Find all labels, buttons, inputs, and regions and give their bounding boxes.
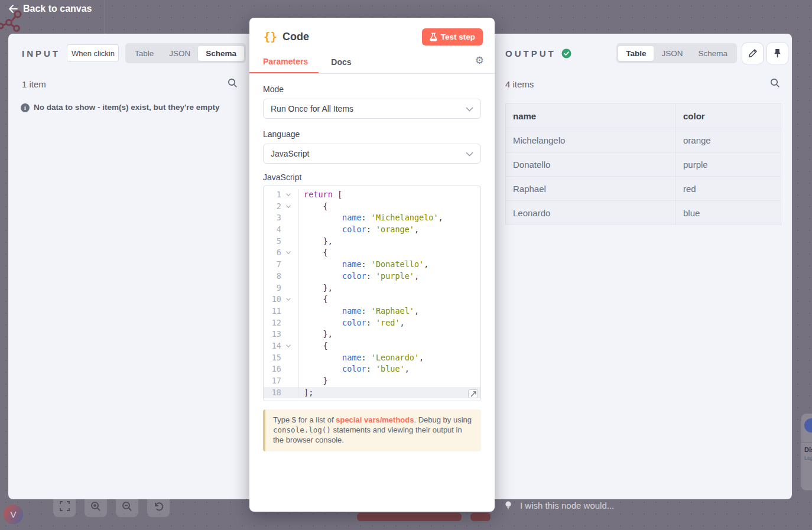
line-number: 3 <box>264 212 281 224</box>
n8n-node-detail-view: Back to canvas I wish this node would...… <box>0 0 812 530</box>
line-number: 10 <box>264 294 281 305</box>
code-line[interactable]: 1return [ <box>264 189 480 201</box>
widget-avatar-icon <box>804 418 812 433</box>
line-number: 14 <box>264 340 281 352</box>
node-settings-tabs: Parameters Docs ⚙ <box>249 51 495 74</box>
language-label: Language <box>263 129 481 139</box>
fold-chevron-icon[interactable] <box>281 294 295 305</box>
code-line[interactable]: 9 }, <box>264 282 480 294</box>
chevron-down-icon <box>466 107 473 112</box>
mode-value: Run Once for All Items <box>271 104 353 113</box>
code-line[interactable]: 16 color: 'blue', <box>264 363 480 375</box>
output-column-header: color <box>676 104 781 128</box>
code-line[interactable]: 15 name: 'Leonardo', <box>264 352 480 364</box>
editor-hint: Type $ for a list of special vars/method… <box>263 409 481 451</box>
table-row[interactable]: Michelangeloorange <box>506 128 781 152</box>
code-line[interactable]: 14 { <box>264 340 480 352</box>
line-number: 4 <box>264 224 281 236</box>
output-tab-schema[interactable]: Schema <box>690 46 735 61</box>
output-tab-json[interactable]: JSON <box>654 46 690 61</box>
table-cell: blue <box>676 201 781 225</box>
user-avatar[interactable]: V <box>4 505 23 524</box>
flask-icon <box>430 32 437 41</box>
code-line[interactable]: 2 { <box>264 201 480 213</box>
code-line[interactable]: 10 { <box>264 294 480 305</box>
tab-parameters[interactable]: Parameters <box>249 51 319 73</box>
code-line[interactable]: 6 { <box>264 247 480 259</box>
code-line[interactable]: 5 }, <box>264 236 480 248</box>
output-table: namecolorMichelangeloorangeDonatellopurp… <box>505 103 781 225</box>
mode-label: Mode <box>263 84 481 94</box>
widget-subtitle: Lega <box>804 455 812 461</box>
line-number: 15 <box>264 352 281 364</box>
line-number: 5 <box>264 236 281 248</box>
special-vars-link[interactable]: special vars/methods <box>336 415 414 424</box>
side-widget-dimmed: Dis Lega <box>801 414 812 490</box>
output-view-switcher: Table JSON Schema <box>616 43 737 63</box>
pin-icon <box>773 48 782 58</box>
test-step-button[interactable]: Test step <box>422 28 483 45</box>
gear-icon[interactable]: ⚙ <box>475 54 484 67</box>
code-editor[interactable]: 1return [2 {3 name: 'Michelangelo',4 col… <box>263 186 481 401</box>
code-line[interactable]: 18]; <box>264 387 480 399</box>
input-tab-json[interactable]: JSON <box>161 46 198 61</box>
line-number: 8 <box>264 271 281 282</box>
table-row[interactable]: Raphaelred <box>506 177 781 201</box>
input-node-name: When clickin <box>72 49 115 58</box>
arrow-left-icon <box>7 4 18 14</box>
table-row[interactable]: Leonardoblue <box>506 201 781 225</box>
code-line[interactable]: 17 } <box>264 375 480 387</box>
input-empty-message: No data to show - item(s) exist, but the… <box>34 103 220 112</box>
tab-docs[interactable]: Docs <box>320 51 362 73</box>
input-node-selector[interactable]: When clickin <box>67 44 119 62</box>
input-panel-label: INPUT <box>22 48 60 58</box>
node-feedback-label: I wish this node would... <box>520 500 614 511</box>
line-number: 9 <box>264 282 281 294</box>
edit-output-button[interactable] <box>742 43 764 64</box>
table-cell: Raphael <box>506 177 676 201</box>
code-line[interactable]: 3 name: 'Michelangelo', <box>264 212 480 224</box>
editor-label: JavaScript <box>263 173 481 182</box>
output-column-header: name <box>506 104 676 128</box>
table-cell: orange <box>676 128 781 152</box>
fold-chevron-icon[interactable] <box>281 189 295 201</box>
code-line[interactable]: 13 }, <box>264 329 480 340</box>
line-number: 7 <box>264 259 281 271</box>
input-tab-schema[interactable]: Schema <box>198 46 244 61</box>
input-tab-table[interactable]: Table <box>127 46 161 61</box>
line-number: 1 <box>264 189 281 201</box>
output-items-count: 4 items <box>505 79 534 89</box>
code-line[interactable]: 4 color: 'orange', <box>264 224 480 236</box>
line-number: 13 <box>264 329 281 340</box>
language-select[interactable]: JavaScript <box>263 144 481 164</box>
output-tab-table[interactable]: Table <box>618 46 654 61</box>
back-to-canvas-button[interactable]: Back to canvas <box>7 4 92 14</box>
line-number: 12 <box>264 317 281 329</box>
input-items-count: 1 item <box>22 79 46 89</box>
pin-output-button[interactable] <box>766 43 788 64</box>
editor-resize-handle[interactable] <box>468 389 478 398</box>
input-search-icon[interactable] <box>228 78 238 90</box>
language-value: JavaScript <box>271 149 309 158</box>
code-line[interactable]: 7 name: 'Donatello', <box>264 259 480 271</box>
fold-chevron-icon[interactable] <box>281 340 295 352</box>
line-number: 2 <box>264 201 281 213</box>
fold-chevron-icon[interactable] <box>281 247 295 259</box>
node-title: Code <box>282 31 309 43</box>
code-line[interactable]: 11 name: 'Raphael', <box>264 305 480 317</box>
mode-select[interactable]: Run Once for All Items <box>263 99 481 119</box>
fold-chevron-icon[interactable] <box>281 201 295 213</box>
line-number: 17 <box>264 375 281 387</box>
test-workflow-button-dimmed <box>357 513 462 521</box>
node-feedback-link[interactable]: I wish this node would... <box>504 500 614 511</box>
line-number: 18 <box>264 387 281 399</box>
table-cell: Michelangelo <box>506 128 676 152</box>
table-row[interactable]: Donatellopurple <box>506 152 781 177</box>
test-step-label: Test step <box>441 32 475 41</box>
output-panel-label: OUTPUT <box>505 48 556 58</box>
table-cell: red <box>676 177 781 201</box>
output-search-icon[interactable] <box>770 78 780 90</box>
code-line[interactable]: 12 color: 'red', <box>264 317 480 329</box>
output-panel: OUTPUT Table JSON Schema 4 items namecol… <box>495 34 792 499</box>
code-line[interactable]: 8 color: 'purple', <box>264 271 480 282</box>
